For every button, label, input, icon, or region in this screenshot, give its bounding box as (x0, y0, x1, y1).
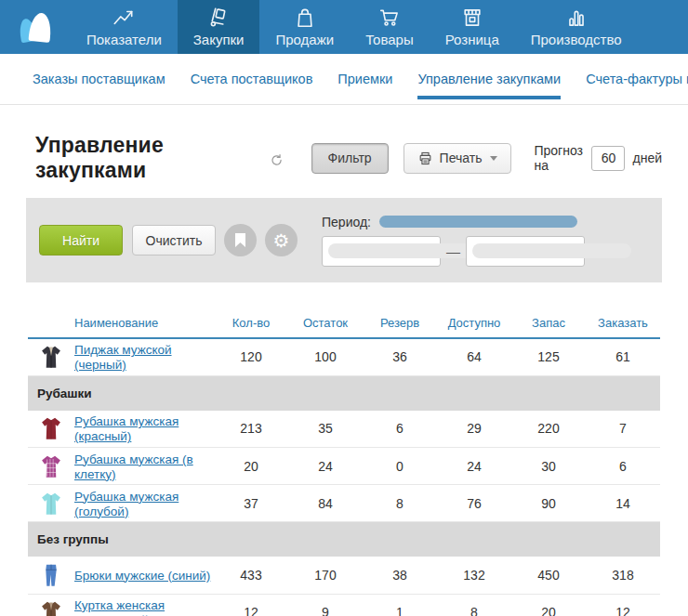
print-button-label: Печать (440, 151, 483, 165)
cart-icon (377, 6, 402, 30)
value-cell: 84 (288, 485, 363, 522)
bookmark-icon (233, 232, 247, 248)
value-cell: 12 (586, 594, 660, 616)
tab-store[interactable]: Розница (430, 0, 515, 54)
subnav-item-1[interactable]: Заказы поставщикам (33, 55, 165, 104)
column-header-2[interactable]: Кол-во (214, 310, 288, 338)
tab-bag[interactable]: Продажи (259, 0, 350, 54)
subnav-item-5[interactable]: Счета-фактуры пол (586, 55, 688, 104)
period-section: Период: — (322, 215, 585, 267)
product-thumbnail-cell (28, 594, 74, 616)
tab-label: Закупки (193, 32, 245, 47)
forecast-suffix-label: дней (632, 151, 662, 165)
refresh-icon[interactable] (270, 152, 284, 168)
product-link[interactable]: Рубашка мужская (в клетку) (74, 452, 193, 481)
product-name-cell: Рубашка мужская (голубой) (74, 485, 214, 522)
settings-button[interactable]: ⚙ (265, 224, 298, 256)
product-link[interactable]: Рубашка мужская (красный) (74, 414, 179, 443)
moysklad-logo[interactable] (0, 0, 71, 54)
subnav-item-3[interactable]: Приемки (337, 55, 392, 104)
tab-bars[interactable]: Производство (515, 0, 638, 54)
value-cell: 90 (511, 485, 586, 522)
top-navigation: ПоказателиЗакупкиПродажиТоварыРозницаПро… (0, 0, 688, 54)
tab-handtruck[interactable]: Закупки (178, 0, 260, 54)
forecast-days-input[interactable] (591, 146, 625, 171)
value-cell: 100 (288, 338, 363, 375)
table-row: Куртка женская (коричневый)129182012 (28, 594, 660, 616)
caret-down-icon (490, 156, 497, 161)
tab-label: Розница (445, 32, 499, 47)
product-link[interactable]: Пиджак мужской (черный) (74, 343, 172, 372)
tab-cart[interactable]: Товары (350, 0, 430, 54)
bag-icon (293, 6, 317, 30)
date-to-input[interactable] (472, 243, 631, 258)
period-range-slider[interactable] (379, 216, 577, 228)
value-cell: 125 (511, 338, 586, 375)
value-cell: 6 (586, 448, 660, 485)
pants-blue-thumbnail (39, 562, 63, 588)
product-name-cell: Брюки мужские (синий) (74, 557, 214, 594)
value-cell: 36 (363, 338, 437, 375)
value-cell: 450 (511, 557, 586, 594)
print-button[interactable]: Печать (404, 143, 512, 174)
forecast-prefix-label: Прогноз на (534, 143, 584, 173)
product-link[interactable]: Брюки мужские (синий) (74, 569, 210, 583)
jacket-brown-thumbnail (39, 599, 63, 616)
group-row: Без группы (28, 522, 660, 557)
product-name-cell: Пиджак мужской (черный) (74, 338, 214, 375)
value-cell: 35 (288, 411, 363, 448)
value-cell: 14 (586, 485, 660, 522)
value-cell: 1 (363, 594, 437, 616)
purchases-table: НаименованиеКол-воОстатокРезервДоступноЗ… (28, 310, 660, 616)
tab-label: Товары (365, 32, 414, 47)
product-link[interactable]: Рубашка мужская (голубой) (74, 490, 179, 518)
find-button[interactable]: Найти (39, 225, 123, 256)
column-header-4[interactable]: Резерв (363, 310, 437, 338)
value-cell: 8 (363, 485, 437, 522)
value-cell: 132 (437, 557, 511, 594)
clear-button[interactable]: Очистить (132, 225, 216, 256)
column-header-7[interactable]: Заказать (586, 310, 660, 338)
store-icon (460, 6, 484, 30)
table-row: Рубашка мужская (голубой)37848769014 (28, 485, 660, 522)
product-name-cell: Рубашка мужская (в клетку) (74, 448, 214, 485)
table-row: Рубашка мужская (красный)213356292207 (28, 411, 660, 448)
product-thumbnail-cell (28, 411, 74, 448)
value-cell: 61 (586, 338, 660, 375)
value-cell: 20 (214, 448, 288, 485)
value-cell: 38 (363, 557, 437, 594)
product-link[interactable]: Куртка женская (коричневый) (74, 598, 165, 616)
column-header-5[interactable]: Доступно (437, 310, 511, 338)
product-thumbnail-cell (28, 557, 74, 594)
column-header-6[interactable]: Запас (511, 310, 586, 338)
value-cell: 213 (214, 411, 288, 448)
table-body: Пиджак мужской (черный)120100366412561Ру… (28, 338, 660, 616)
column-header-1[interactable]: Наименование (28, 310, 214, 338)
date-from-input[interactable] (328, 243, 487, 258)
subnav-item-2[interactable]: Счета поставщиков (191, 55, 313, 104)
date-range-separator: — (446, 243, 460, 259)
filter-button[interactable]: Фильтр (311, 143, 389, 174)
purchases-table-wrap: НаименованиеКол-воОстатокРезервДоступноЗ… (28, 310, 662, 616)
group-label: Рубашки (28, 375, 660, 411)
product-thumbnail-cell (28, 338, 74, 375)
value-cell: 170 (288, 557, 363, 594)
date-from-field (322, 236, 441, 267)
value-cell: 7 (586, 411, 660, 448)
table-header: НаименованиеКол-воОстатокРезервДоступноЗ… (28, 310, 660, 338)
tab-label: Показатели (86, 32, 162, 47)
value-cell: 6 (363, 411, 437, 448)
value-cell: 30 (511, 448, 586, 485)
tab-chart[interactable]: Показатели (71, 0, 178, 54)
value-cell: 76 (437, 485, 511, 522)
handtruck-icon (206, 6, 231, 30)
column-header-3[interactable]: Остаток (288, 310, 363, 338)
subnav-item-4[interactable]: Управление закупками (417, 55, 561, 104)
shirt-plaid-thumbnail (39, 453, 63, 479)
value-cell: 0 (363, 448, 437, 485)
value-cell: 9 (288, 594, 363, 616)
printer-icon (417, 151, 433, 166)
bookmark-button[interactable] (224, 224, 257, 256)
value-cell: 8 (437, 594, 511, 616)
sub-navigation: Заказы поставщикамСчета поставщиковПрием… (0, 54, 688, 105)
